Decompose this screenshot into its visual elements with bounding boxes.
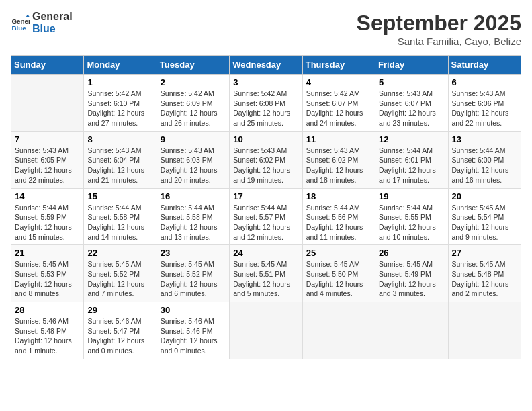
day-number: 20 <box>452 191 517 201</box>
day-detail: Sunrise: 5:43 AMSunset: 6:02 PMDaylight:… <box>233 146 298 185</box>
day-cell: 12Sunrise: 5:44 AMSunset: 6:01 PMDayligh… <box>375 131 448 188</box>
day-number: 1 <box>87 77 152 87</box>
day-number: 10 <box>233 134 298 144</box>
header: General Blue General Blue September 2025… <box>11 11 521 47</box>
header-tuesday: Tuesday <box>157 56 229 75</box>
day-detail: Sunrise: 5:45 AMSunset: 5:48 PMDaylight:… <box>452 259 517 299</box>
header-monday: Monday <box>84 56 157 75</box>
week-row-3: 14Sunrise: 5:44 AMSunset: 5:59 PMDayligh… <box>11 188 521 245</box>
header-saturday: Saturday <box>448 56 521 75</box>
day-number: 8 <box>87 134 152 144</box>
day-cell: 7Sunrise: 5:43 AMSunset: 6:05 PMDaylight… <box>11 131 84 188</box>
svg-marker-2 <box>26 14 30 17</box>
day-detail: Sunrise: 5:46 AMSunset: 5:48 PMDaylight:… <box>15 316 80 356</box>
day-number: 29 <box>87 305 152 315</box>
day-cell: 30Sunrise: 5:46 AMSunset: 5:46 PMDayligh… <box>157 302 229 359</box>
day-number: 28 <box>15 305 80 315</box>
svg-text:Blue: Blue <box>11 24 26 32</box>
day-cell: 16Sunrise: 5:44 AMSunset: 5:58 PMDayligh… <box>157 188 229 245</box>
day-cell: 24Sunrise: 5:45 AMSunset: 5:51 PMDayligh… <box>230 245 302 302</box>
day-cell <box>375 302 448 359</box>
day-cell: 21Sunrise: 5:45 AMSunset: 5:53 PMDayligh… <box>11 245 84 302</box>
day-detail: Sunrise: 5:44 AMSunset: 5:58 PMDaylight:… <box>161 203 226 242</box>
day-detail: Sunrise: 5:42 AMSunset: 6:08 PMDaylight:… <box>233 89 298 128</box>
day-number: 30 <box>161 305 226 315</box>
subtitle: Santa Familia, Cayo, Belize <box>357 36 521 47</box>
day-cell: 25Sunrise: 5:45 AMSunset: 5:50 PMDayligh… <box>302 245 375 302</box>
logo: General Blue General Blue <box>11 11 73 34</box>
day-number: 3 <box>233 77 298 87</box>
day-cell: 27Sunrise: 5:45 AMSunset: 5:48 PMDayligh… <box>448 245 521 302</box>
day-cell: 19Sunrise: 5:44 AMSunset: 5:55 PMDayligh… <box>375 188 448 245</box>
day-number: 16 <box>161 191 226 201</box>
day-detail: Sunrise: 5:42 AMSunset: 6:09 PMDaylight:… <box>161 89 226 128</box>
day-number: 9 <box>161 134 226 144</box>
day-detail: Sunrise: 5:44 AMSunset: 6:01 PMDaylight:… <box>379 146 444 185</box>
day-cell: 10Sunrise: 5:43 AMSunset: 6:02 PMDayligh… <box>230 131 302 188</box>
day-number: 12 <box>379 134 444 144</box>
day-detail: Sunrise: 5:44 AMSunset: 5:56 PMDaylight:… <box>306 203 371 242</box>
day-cell: 23Sunrise: 5:45 AMSunset: 5:52 PMDayligh… <box>157 245 229 302</box>
day-detail: Sunrise: 5:44 AMSunset: 5:55 PMDaylight:… <box>379 203 444 242</box>
logo-icon: General Blue <box>11 13 30 32</box>
day-number: 19 <box>379 191 444 201</box>
day-cell <box>448 302 521 359</box>
day-detail: Sunrise: 5:45 AMSunset: 5:52 PMDaylight:… <box>87 259 152 299</box>
calendar-table: SundayMondayTuesdayWednesdayThursdayFrid… <box>11 55 521 359</box>
day-detail: Sunrise: 5:45 AMSunset: 5:49 PMDaylight:… <box>379 259 444 299</box>
day-number: 25 <box>306 248 371 258</box>
day-number: 4 <box>306 77 371 87</box>
day-number: 23 <box>161 248 226 258</box>
day-number: 18 <box>306 191 371 201</box>
day-cell: 29Sunrise: 5:46 AMSunset: 5:47 PMDayligh… <box>84 302 157 359</box>
day-number: 7 <box>15 134 80 144</box>
main-title: September 2025 <box>357 11 521 36</box>
title-area: September 2025 Santa Familia, Cayo, Beli… <box>357 11 521 47</box>
day-cell: 4Sunrise: 5:42 AMSunset: 6:07 PMDaylight… <box>302 75 375 132</box>
day-cell: 13Sunrise: 5:44 AMSunset: 6:00 PMDayligh… <box>448 131 521 188</box>
day-number: 5 <box>379 77 444 87</box>
day-detail: Sunrise: 5:43 AMSunset: 6:04 PMDaylight:… <box>87 146 152 185</box>
day-cell: 18Sunrise: 5:44 AMSunset: 5:56 PMDayligh… <box>302 188 375 245</box>
day-cell: 1Sunrise: 5:42 AMSunset: 6:10 PMDaylight… <box>84 75 157 132</box>
day-number: 14 <box>15 191 80 201</box>
day-cell: 20Sunrise: 5:45 AMSunset: 5:54 PMDayligh… <box>448 188 521 245</box>
week-row-1: 1Sunrise: 5:42 AMSunset: 6:10 PMDaylight… <box>11 75 521 132</box>
day-cell: 22Sunrise: 5:45 AMSunset: 5:52 PMDayligh… <box>84 245 157 302</box>
day-detail: Sunrise: 5:43 AMSunset: 6:02 PMDaylight:… <box>306 146 371 185</box>
day-number: 2 <box>161 77 226 87</box>
day-number: 13 <box>452 134 517 144</box>
day-detail: Sunrise: 5:44 AMSunset: 5:59 PMDaylight:… <box>15 203 80 242</box>
day-number: 15 <box>87 191 152 201</box>
day-detail: Sunrise: 5:44 AMSunset: 6:00 PMDaylight:… <box>452 146 517 185</box>
day-detail: Sunrise: 5:43 AMSunset: 6:06 PMDaylight:… <box>452 89 517 128</box>
day-detail: Sunrise: 5:45 AMSunset: 5:50 PMDaylight:… <box>306 259 371 299</box>
day-cell: 17Sunrise: 5:44 AMSunset: 5:57 PMDayligh… <box>230 188 302 245</box>
day-cell: 3Sunrise: 5:42 AMSunset: 6:08 PMDaylight… <box>230 75 302 132</box>
day-cell <box>230 302 302 359</box>
day-number: 26 <box>379 248 444 258</box>
day-detail: Sunrise: 5:43 AMSunset: 6:07 PMDaylight:… <box>379 89 444 128</box>
day-detail: Sunrise: 5:45 AMSunset: 5:51 PMDaylight:… <box>233 259 298 299</box>
day-detail: Sunrise: 5:42 AMSunset: 6:10 PMDaylight:… <box>87 89 152 128</box>
day-cell: 8Sunrise: 5:43 AMSunset: 6:04 PMDaylight… <box>84 131 157 188</box>
day-cell: 26Sunrise: 5:45 AMSunset: 5:49 PMDayligh… <box>375 245 448 302</box>
day-detail: Sunrise: 5:45 AMSunset: 5:53 PMDaylight:… <box>15 259 80 299</box>
day-detail: Sunrise: 5:45 AMSunset: 5:54 PMDaylight:… <box>452 203 517 242</box>
day-detail: Sunrise: 5:43 AMSunset: 6:03 PMDaylight:… <box>161 146 226 185</box>
week-row-4: 21Sunrise: 5:45 AMSunset: 5:53 PMDayligh… <box>11 245 521 302</box>
day-detail: Sunrise: 5:46 AMSunset: 5:46 PMDaylight:… <box>161 316 226 356</box>
day-detail: Sunrise: 5:42 AMSunset: 6:07 PMDaylight:… <box>306 89 371 128</box>
day-detail: Sunrise: 5:44 AMSunset: 5:57 PMDaylight:… <box>233 203 298 242</box>
day-cell: 11Sunrise: 5:43 AMSunset: 6:02 PMDayligh… <box>302 131 375 188</box>
day-number: 21 <box>15 248 80 258</box>
day-cell <box>11 75 84 132</box>
day-detail: Sunrise: 5:44 AMSunset: 5:58 PMDaylight:… <box>87 203 152 242</box>
header-wednesday: Wednesday <box>230 56 302 75</box>
day-detail: Sunrise: 5:46 AMSunset: 5:47 PMDaylight:… <box>87 316 152 356</box>
day-detail: Sunrise: 5:45 AMSunset: 5:52 PMDaylight:… <box>161 259 226 299</box>
week-row-2: 7Sunrise: 5:43 AMSunset: 6:05 PMDaylight… <box>11 131 521 188</box>
day-cell: 28Sunrise: 5:46 AMSunset: 5:48 PMDayligh… <box>11 302 84 359</box>
day-cell: 5Sunrise: 5:43 AMSunset: 6:07 PMDaylight… <box>375 75 448 132</box>
day-number: 22 <box>87 248 152 258</box>
